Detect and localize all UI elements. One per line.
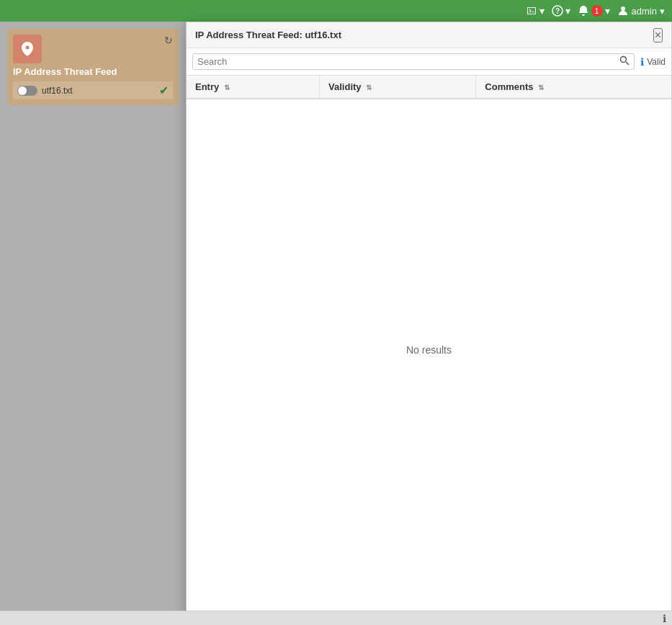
sort-icon-entry: ⇅ [224, 84, 230, 91]
modal-toolbar: ℹ Valid [187, 48, 671, 76]
terminal-icon[interactable]: ▾ [526, 5, 545, 17]
user-name-label: admin [632, 6, 657, 17]
feed-name: utf16.txt [42, 86, 73, 96]
card-title: IP Address Threat Feed [13, 66, 173, 77]
modal-dialog: IP Address Threat Feed: utf16.txt × ℹ Va… [186, 22, 672, 625]
valid-label: Valid [647, 57, 666, 67]
svg-point-3 [621, 57, 627, 63]
feed-status-icon: ✔ [159, 84, 169, 97]
info-icon: ℹ [640, 56, 644, 68]
sort-icon-validity: ⇅ [366, 84, 372, 91]
bottom-info-icon: ℹ [663, 613, 666, 624]
col-entry[interactable]: Entry ⇅ [187, 76, 320, 99]
col-validity[interactable]: Validity ⇅ [320, 76, 476, 99]
svg-line-4 [626, 62, 629, 65]
table-header-row: Entry ⇅ Validity ⇅ Comments ⇅ [187, 76, 671, 99]
col-comments[interactable]: Comments ⇅ [476, 76, 671, 99]
modal-close-button[interactable]: × [653, 28, 663, 42]
table-container: Entry ⇅ Validity ⇅ Comments ⇅ [187, 76, 671, 624]
top-bar: ▾ ? ▾ 1 ▾ admin ▾ [0, 0, 672, 22]
card-icon [13, 35, 42, 63]
ip-threat-feed-card[interactable]: ↻ IP Address Threat Feed utf16.txt ✔ [7, 29, 179, 105]
user-menu[interactable]: admin ▾ [617, 5, 665, 17]
data-table: Entry ⇅ Validity ⇅ Comments ⇅ [187, 76, 671, 99]
notification-count: 1 [591, 5, 603, 17]
help-icon[interactable]: ? ▾ [552, 5, 570, 17]
no-results-message: No results [406, 344, 452, 356]
svg-point-2 [621, 6, 625, 11]
search-button[interactable] [619, 55, 630, 68]
svg-text:?: ? [555, 7, 560, 15]
refresh-icon[interactable]: ↻ [164, 35, 173, 46]
feed-item[interactable]: utf16.txt ✔ [13, 81, 173, 99]
search-box [192, 53, 635, 70]
sidebar: ↻ IP Address Threat Feed utf16.txt ✔ [0, 22, 186, 625]
modal-overlay: IP Address Threat Feed: utf16.txt × ℹ Va… [186, 22, 672, 625]
sort-icon-comments: ⇅ [538, 84, 544, 91]
notification-bell[interactable]: 1 ▾ [578, 5, 610, 17]
valid-indicator: ℹ Valid [640, 56, 666, 68]
search-input[interactable] [197, 56, 619, 67]
modal-title: IP Address Threat Feed: utf16.txt [195, 30, 341, 40]
bottom-bar: ℹ [0, 611, 672, 625]
modal-titlebar: IP Address Threat Feed: utf16.txt × [187, 22, 671, 48]
feed-toggle[interactable] [17, 86, 37, 96]
